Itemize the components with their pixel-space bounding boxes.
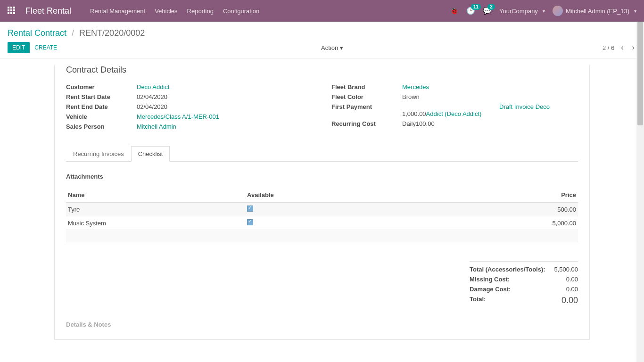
col-name: Name (66, 188, 245, 203)
topbar: Fleet Rental Rental Management Vehicles … (0, 0, 644, 22)
cell-price: 5,000.00 (476, 216, 578, 230)
form-sheet: Contract Details Customer Deco Addict Re… (54, 65, 590, 340)
nav-menu: Rental Management Vehicles Reporting Con… (90, 8, 259, 15)
caret-down-icon: ▾ (340, 44, 343, 51)
apps-icon[interactable] (8, 7, 16, 15)
breadcrumb-sep: / (72, 28, 74, 38)
recurring-cost-value: Daily100.00 (402, 120, 435, 127)
totals: Total (Accessories/Tools):5,500.00 Missi… (66, 261, 578, 307)
first-payment-amount: 1,000.00 (402, 110, 426, 117)
nav-configuration[interactable]: Configuration (223, 8, 259, 15)
fleet-brand-label: Fleet Brand (331, 83, 402, 90)
nav-vehicles[interactable]: Vehicles (155, 8, 177, 15)
customer-label: Customer (66, 83, 137, 90)
col-price: Price (476, 188, 578, 203)
controls-row: EDIT CREATE Action ▾ 2 / 6 ‹ › (0, 42, 644, 58)
tab-checklist[interactable]: Checklist (131, 146, 170, 162)
details-notes[interactable]: Details & Notes (66, 321, 578, 328)
pager-prev-icon[interactable]: ‹ (619, 43, 625, 52)
checkbox-icon (247, 206, 253, 212)
cell-price: 500.00 (476, 203, 578, 216)
pager-next-icon[interactable]: › (630, 43, 636, 52)
tabs: Recurring Invoices Checklist (66, 146, 578, 162)
sales-person-label: Sales Person (66, 123, 137, 130)
checkbox-icon (247, 219, 253, 225)
first-payment-partner-link-a[interactable]: Deco (536, 103, 550, 110)
rent-start-label: Rent Start Date (66, 93, 137, 100)
fleet-color-value: Brown (402, 93, 420, 100)
damage-cost-value: 0.00 (566, 286, 578, 293)
tab-recurring-invoices[interactable]: Recurring Invoices (66, 146, 131, 161)
col-available: Available (245, 188, 476, 203)
section-title: Contract Details (66, 65, 578, 75)
discuss-icon[interactable]: 💬2 (483, 7, 492, 15)
discuss-badge: 2 (487, 4, 495, 10)
empty-stripe (66, 230, 578, 242)
edit-button[interactable]: EDIT (8, 42, 30, 53)
customer-value[interactable]: Deco Addict (137, 83, 169, 90)
fleet-brand-value[interactable]: Mercedes (402, 83, 429, 90)
breadcrumb-root[interactable]: Rental Contract (8, 28, 66, 38)
vehicle-value[interactable]: Mercedes/Class A/1-MER-001 (137, 113, 219, 120)
rent-end-label: Rent End Date (66, 103, 137, 110)
breadcrumb-current: RENT/2020/0002 (79, 28, 145, 38)
cell-available (245, 203, 476, 216)
first-payment-label: First Payment (331, 103, 402, 110)
left-column: Customer Deco Addict Rent Start Date 02/… (66, 83, 313, 133)
nav-rental-management[interactable]: Rental Management (90, 8, 145, 15)
first-payment-partner-link-b[interactable]: Addict (Deco Addict) (426, 110, 482, 117)
rent-start-value: 02/04/2020 (137, 93, 167, 100)
total-accessories-label: Total (Accessories/Tools): (470, 266, 545, 273)
vehicle-label: Vehicle (66, 113, 137, 120)
action-dropdown[interactable]: Action ▾ (321, 44, 343, 51)
attachments-section: Attachments Name Available Price Tyre 50… (66, 173, 578, 328)
user-name: Mitchell Admin (EP_13) (566, 8, 629, 15)
bug-icon[interactable]: 🐞 (450, 7, 459, 15)
grand-total-value: 0.00 (561, 296, 578, 305)
user-menu[interactable]: Mitchell Admin (EP_13) (553, 6, 636, 16)
pager-text: 2 / 6 (603, 44, 614, 51)
attachments-title: Attachments (66, 173, 578, 180)
table-row[interactable]: Tyre 500.00 (66, 203, 578, 216)
activity-badge: 11 (471, 4, 481, 10)
recurring-cost-label: Recurring Cost (331, 120, 402, 127)
cell-available (245, 216, 476, 230)
table-row[interactable]: Music System 5,000.00 (66, 216, 578, 230)
attachments-table: Name Available Price Tyre 500.00 Music S… (66, 188, 578, 242)
rent-end-value: 02/04/2020 (137, 103, 167, 110)
grand-total-label: Total: (470, 296, 486, 305)
cell-name: Music System (66, 216, 245, 230)
scrollbar-track[interactable] (636, 22, 644, 340)
brand[interactable]: Fleet Rental (25, 6, 71, 16)
missing-cost-value: 0.00 (566, 276, 578, 283)
total-accessories-value: 5,500.00 (554, 266, 578, 273)
first-payment-invoice-link[interactable]: Draft Invoice (499, 103, 536, 110)
activity-icon[interactable]: 🕒11 (466, 7, 475, 15)
avatar (553, 6, 563, 16)
damage-cost-label: Damage Cost: (470, 286, 511, 293)
pager: 2 / 6 ‹ › (603, 43, 636, 52)
cell-name: Tyre (66, 203, 245, 216)
nav-reporting[interactable]: Reporting (187, 8, 214, 15)
right-column: Fleet Brand Mercedes Fleet Color Brown F… (331, 83, 578, 133)
missing-cost-label: Missing Cost: (470, 276, 510, 283)
sales-person-value[interactable]: Mitchell Admin (137, 123, 176, 130)
fleet-color-label: Fleet Color (331, 93, 402, 100)
company-switcher[interactable]: YourCompany (499, 8, 545, 15)
scrollbar-thumb[interactable] (637, 22, 643, 125)
breadcrumb: Rental Contract / RENT/2020/0002 (0, 22, 644, 42)
create-button[interactable]: CREATE (30, 42, 62, 53)
